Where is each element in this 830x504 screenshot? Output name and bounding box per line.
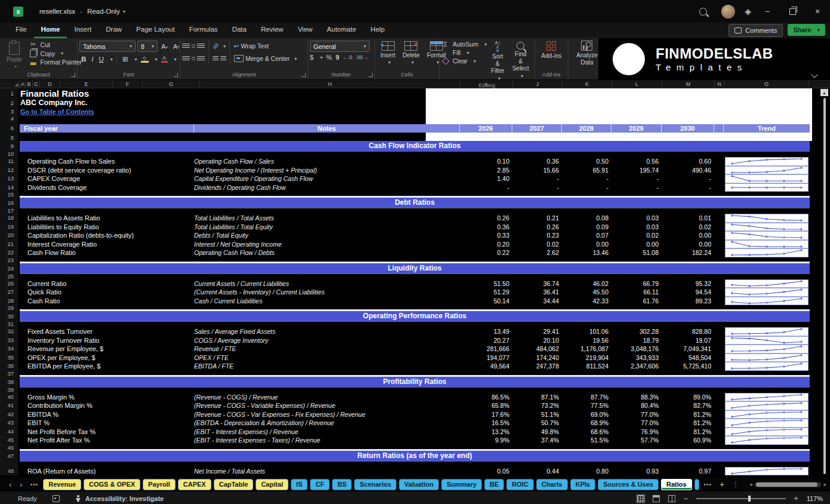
hscroll-left-icon[interactable]: ◂ (749, 481, 752, 487)
zoom-slider-thumb[interactable] (748, 496, 751, 502)
row-number[interactable]: 32 (0, 327, 18, 336)
row-number[interactable]: 13 (0, 174, 18, 183)
orientation-button[interactable]: ab (211, 42, 220, 50)
clipboard-dialog-launcher[interactable] (71, 73, 75, 77)
minimize-button[interactable]: − (755, 0, 780, 23)
menu-tab-formulas[interactable]: Formulas (182, 23, 225, 38)
autosum-button[interactable]: ΣAutoSum▾ (441, 41, 487, 48)
row-number[interactable]: 9 (0, 141, 18, 151)
row-number[interactable]: 21 (0, 240, 18, 249)
row-number[interactable]: 26 (0, 279, 18, 288)
row-number[interactable]: 30 (0, 311, 18, 321)
row-number[interactable]: 48 (0, 467, 18, 476)
row-number[interactable]: 37 (0, 371, 18, 377)
wrap-text-button[interactable]: Wrap Text (241, 42, 269, 50)
page-layout-view-button[interactable] (653, 495, 660, 502)
hscroll-right-icon[interactable]: ▸ (823, 481, 826, 487)
sheet-tab-capex[interactable]: CAPEX (178, 479, 211, 490)
comma-style-button[interactable]: 9 (336, 54, 339, 61)
avatar[interactable] (721, 5, 735, 19)
column-header-O[interactable]: O (724, 80, 809, 88)
normal-view-button[interactable] (637, 495, 644, 502)
decrease-indent-button[interactable] (213, 56, 219, 61)
readonly-chevron-icon[interactable]: ▾ (123, 9, 125, 14)
vertical-scroll-thumb[interactable] (823, 98, 826, 474)
page-break-view-button[interactable] (668, 495, 675, 502)
column-header-E[interactable]: E (60, 80, 113, 88)
row-number[interactable]: 35 (0, 354, 18, 362)
row-number[interactable]: 40 (0, 393, 18, 402)
column-header-H[interactable]: H (200, 80, 460, 88)
italic-button[interactable]: I (90, 56, 95, 63)
row-number[interactable]: 28 (0, 297, 18, 306)
row-number[interactable]: 43 (0, 419, 18, 428)
font-dialog-launcher[interactable] (174, 73, 178, 77)
row-number[interactable] (0, 461, 18, 467)
new-sheet-button[interactable]: + (717, 480, 727, 489)
font-size-select[interactable]: 8▾ (137, 41, 158, 52)
row-number[interactable]: 11 (0, 157, 18, 166)
fill-button[interactable]: ↓Fill▾ (441, 49, 487, 56)
grow-font-button[interactable]: A▴ (159, 43, 170, 50)
decrease-decimal-button[interactable]: .00→ (356, 54, 368, 60)
menu-tab-home[interactable]: Home (34, 23, 67, 38)
number-dialog-launcher[interactable] (368, 73, 373, 77)
merge-center-button[interactable]: Merge & Center (245, 55, 290, 62)
menu-tab-review[interactable]: Review (254, 23, 291, 38)
row-number[interactable]: 14 (0, 183, 18, 192)
bold-button[interactable]: B (79, 56, 88, 63)
row-number[interactable]: 47 (0, 451, 18, 461)
sheet-tab-summary[interactable]: Summary (441, 479, 482, 490)
share-button[interactable]: Share▾ (788, 24, 825, 36)
menu-tab-data[interactable]: Data (225, 23, 254, 38)
sheet-tab-captable[interactable]: CapTable (214, 479, 254, 490)
toc-link[interactable]: Go to Table of Contents (18, 107, 94, 116)
sheet-tab-sources-uses[interactable]: Sources & Uses (598, 479, 659, 490)
font-name-select[interactable]: Tahoma▾ (79, 41, 136, 52)
alignment-dialog-launcher[interactable] (302, 73, 306, 77)
row-number[interactable]: 19 (0, 223, 18, 232)
menu-tab-file[interactable]: File (8, 23, 34, 38)
readonly-badge[interactable]: Read-Only (87, 8, 120, 15)
align-middle-button[interactable] (192, 44, 195, 48)
row-number[interactable]: 2 (0, 99, 18, 107)
sheet-tab-scenarios[interactable]: Scenarios (354, 479, 396, 490)
sheet-tab-capital[interactable]: Capital (256, 479, 288, 490)
zoom-in-button[interactable]: + (794, 494, 798, 503)
number-format-select[interactable]: General▾ (310, 41, 370, 52)
row-number[interactable]: 41 (0, 401, 18, 410)
menu-tab-draw[interactable]: Draw (99, 23, 129, 38)
increase-decimal-button[interactable]: ←.0 (343, 54, 352, 60)
accounting-format-button[interactable]: $ (310, 54, 313, 61)
zoom-slider[interactable] (696, 498, 786, 499)
menu-tab-page-layout[interactable]: Page Layout (129, 23, 182, 38)
row-number[interactable]: 12 (0, 166, 18, 175)
row-number[interactable]: 46 (0, 445, 18, 451)
select-all-corner[interactable] (0, 80, 20, 88)
sheet-tab-valuation[interactable]: Valuation (399, 479, 439, 490)
row-number[interactable]: 4 (0, 116, 18, 122)
row-number[interactable]: 22 (0, 248, 18, 257)
sheet-tab-ratios[interactable]: Ratios (661, 479, 692, 490)
row-number[interactable]: 8 (0, 135, 18, 141)
tab-list-icon[interactable]: ••• (28, 481, 41, 488)
row-number[interactable]: 42 (0, 410, 18, 419)
menu-tab-view[interactable]: View (291, 23, 320, 38)
column-header-A[interactable]: A (20, 80, 26, 88)
find-select-button[interactable]: Find &Select ▾ (509, 41, 533, 80)
row-number[interactable]: 34 (0, 345, 18, 354)
menu-tab-automate[interactable]: Automate (319, 23, 363, 38)
paste-button[interactable]: Paste▾ (2, 41, 27, 70)
tab-scroll-right-icon[interactable]: › (17, 480, 25, 489)
row-number[interactable]: 25 (0, 273, 18, 279)
copy-button[interactable]: Copy▾ (29, 50, 82, 57)
row-number[interactable]: 27 (0, 288, 18, 297)
sheet-tab-cogs-opex[interactable]: COGS & OPEX (84, 479, 140, 490)
row-number[interactable]: 10 (0, 151, 18, 157)
sheet-tab-is[interactable]: IS (291, 479, 308, 490)
column-header-D[interactable]: D (40, 80, 60, 88)
zoom-level[interactable]: 117% (807, 495, 823, 502)
accessibility-status[interactable]: Accessibility: Investigate (85, 495, 164, 502)
more-tabs-icon[interactable]: ••• (702, 481, 715, 488)
row-number[interactable]: 1 (0, 88, 18, 99)
